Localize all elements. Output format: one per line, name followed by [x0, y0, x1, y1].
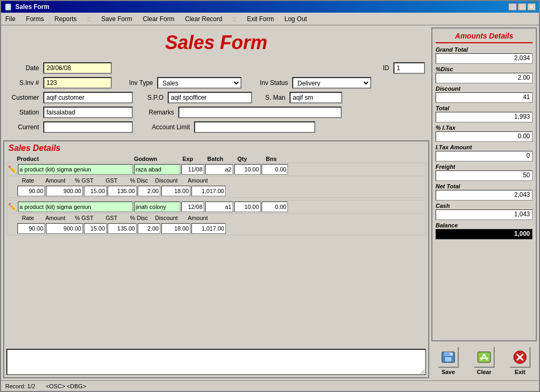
gst-val-1[interactable] [108, 186, 137, 196]
pct-gst-label-2: % GST [72, 215, 96, 221]
menu-file[interactable]: File [5, 15, 15, 23]
menu-clear-form[interactable]: Clear Form [143, 15, 175, 23]
exp-input-2[interactable] [181, 202, 204, 212]
amount1-val-2[interactable] [46, 223, 83, 234]
notes-area[interactable] [6, 349, 426, 375]
menu-reports[interactable]: Reports [54, 15, 76, 23]
cash-label: Cash [436, 203, 533, 209]
station-input[interactable] [43, 107, 133, 118]
discount-val-1[interactable] [161, 186, 190, 196]
clear-icon [474, 347, 495, 368]
col-exp: Exp [182, 156, 206, 162]
qty-input-2[interactable] [234, 202, 261, 212]
form-fields: Date ID S.Inv # Inv Type Sales Return In… [3, 60, 429, 138]
total-row: Total 1,993 [436, 105, 533, 122]
product-input-1[interactable] [18, 164, 133, 175]
rate-label-2: Rate [17, 215, 38, 221]
amount2-val-1[interactable] [191, 186, 226, 196]
godown-input-2[interactable] [134, 202, 180, 212]
clear-button[interactable]: Clear [474, 347, 495, 375]
cash-row: Cash 1,043 [436, 203, 533, 220]
pct-gst-val-2[interactable] [84, 223, 107, 234]
pct-itax-label: % I.Tax [436, 125, 533, 131]
rate-val-1[interactable] [17, 186, 45, 196]
pct-itax-row: % I.Tax 0.00 [436, 125, 533, 142]
record-status: Record: 1/2 [5, 383, 35, 389]
save-button[interactable]: Save [438, 347, 459, 375]
menu-log-out[interactable]: Log Out [284, 15, 307, 23]
discount-val-2[interactable] [161, 223, 190, 234]
id-input[interactable] [393, 62, 425, 74]
pct-disc-label-2: % Disc [127, 215, 151, 221]
sinv-invtype-row: S.Inv # Inv Type Sales Return Inv Status… [7, 77, 425, 89]
amount2-val-2[interactable] [191, 223, 226, 234]
remarks-input[interactable] [178, 107, 342, 118]
gst-label-1: GST [97, 177, 126, 184]
pct-disc-val-1[interactable] [138, 186, 160, 196]
spo-input[interactable] [168, 92, 252, 103]
menu-bar: File Forms Reports :: Save Form Clear Fo… [1, 13, 539, 25]
sinv-input[interactable] [43, 77, 112, 89]
svg-rect-1 [444, 352, 450, 356]
table-row: ✏️ Rate Amount % GST [6, 200, 426, 235]
main-window: 🗒️ Sales Form _ □ ✕ File Forms Reports :… [0, 0, 540, 392]
grand-total-label: Grand Total [436, 46, 533, 53]
spo-label: S.P.O [137, 94, 163, 101]
net-total-value: 2,043 [436, 190, 533, 200]
title-bar-controls: _ □ ✕ [508, 3, 536, 11]
current-row: Current Account Limit [7, 121, 425, 133]
menu-save-form[interactable]: Save Form [101, 15, 132, 23]
batch-input-1[interactable] [205, 164, 233, 175]
freight-label: Freight [436, 164, 533, 170]
sinv-label: S.Inv # [7, 79, 39, 87]
title-bar: 🗒️ Sales Form _ □ ✕ [1, 1, 539, 13]
bns-input-1[interactable] [262, 164, 288, 175]
menu-exit-form[interactable]: Exit Form [247, 15, 274, 23]
amount-label-1: Amount [40, 177, 71, 184]
exit-button[interactable]: Exit [509, 347, 531, 375]
amounts-title: Amounts Details [436, 32, 533, 43]
col-qty: Qty [237, 156, 265, 162]
restore-button[interactable]: □ [518, 3, 526, 11]
main-content: Sales Form Date ID S.Inv # Inv Type [1, 25, 539, 380]
window-icon: 🗒️ [4, 3, 12, 11]
product-row-values-2 [7, 222, 426, 235]
balance-label: Balance [436, 222, 533, 228]
svg-point-3 [450, 352, 453, 356]
bns-input-2[interactable] [262, 202, 288, 212]
inv-type-label: Inv Type [116, 79, 153, 87]
qty-input-1[interactable] [234, 164, 261, 175]
close-button[interactable]: ✕ [527, 3, 536, 11]
customer-input[interactable] [43, 92, 133, 103]
date-input[interactable] [43, 62, 112, 74]
remarks-label: Remarks [137, 109, 174, 116]
pct-gst-val-1[interactable] [84, 186, 107, 196]
date-label: Date [7, 64, 39, 72]
edit-icon-1[interactable]: ✏️ [8, 165, 17, 174]
id-label: ID [358, 64, 389, 72]
pct-disc-val-2[interactable] [138, 223, 160, 234]
product-input-2[interactable] [18, 202, 133, 212]
sman-input[interactable] [290, 92, 342, 103]
menu-clear-record[interactable]: Clear Record [185, 15, 223, 23]
col-product: Product [17, 156, 133, 162]
godown-input-1[interactable] [134, 164, 180, 175]
inv-status-select[interactable]: Delivery Pending [292, 77, 371, 89]
batch-input-2[interactable] [205, 202, 233, 212]
account-limit-input[interactable] [194, 121, 315, 133]
inv-type-select[interactable]: Sales Return [157, 77, 242, 89]
edit-icon-2[interactable]: ✏️ [8, 203, 17, 211]
date-id-row: Date ID [7, 62, 425, 74]
current-input[interactable] [43, 121, 133, 133]
exp-input-1[interactable] [181, 164, 204, 175]
sman-label: S. Man [256, 94, 285, 101]
gst-val-2[interactable] [108, 223, 137, 234]
minimize-button[interactable]: _ [508, 3, 517, 11]
rate-val-2[interactable] [17, 223, 45, 234]
menu-forms[interactable]: Forms [26, 15, 44, 23]
amount2-label-2: Amount [182, 215, 214, 221]
amount1-val-1[interactable] [46, 186, 83, 196]
balance-row: Balance 1,000 [436, 222, 533, 240]
menu-sep1: :: [87, 15, 91, 23]
sales-details-title: Sales Details [4, 141, 428, 155]
